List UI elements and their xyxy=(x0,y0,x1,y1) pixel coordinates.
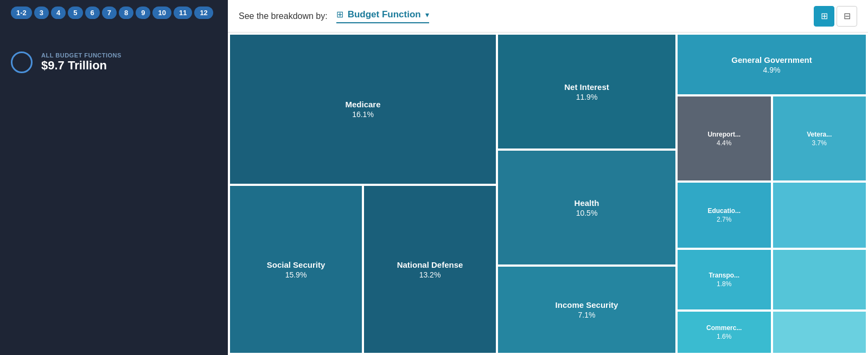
tile-education-pct: 2.7% xyxy=(717,216,731,223)
treemap-col-right: General Government 4.9% Unreport... 4.4%… xyxy=(678,35,866,353)
tab-5[interactable]: 5 xyxy=(68,7,82,19)
treemap: Medicare 16.1% Social Security 15.9% Nat… xyxy=(228,33,868,355)
tab-6[interactable]: 6 xyxy=(85,7,100,19)
tile-unreported[interactable]: Unreport... 4.4% xyxy=(678,96,771,180)
tile-health[interactable]: Health 10.5% xyxy=(498,151,675,264)
sidebar: 1-2 3 4 5 6 7 8 9 10 11 12 ALL BUDGET FU… xyxy=(0,0,228,355)
tab-4[interactable]: 4 xyxy=(51,7,66,19)
treemap-row-4: Transpo... 1.8% xyxy=(678,250,866,309)
tile-national-defense[interactable]: National Defense 13.2% xyxy=(364,186,496,353)
tile-transport-pct: 1.8% xyxy=(717,280,731,288)
tile-unreported-pct: 4.4% xyxy=(717,139,731,147)
tile-veterans[interactable]: Vetera... 3.7% xyxy=(773,96,866,180)
tile-veterans-pct: 3.7% xyxy=(812,139,827,147)
treemap-row-2: Unreport... 4.4% Vetera... 3.7% xyxy=(678,96,866,180)
budget-circle-button[interactable] xyxy=(11,51,33,73)
tile-netinterest-name: Net Interest xyxy=(564,82,609,92)
tab-8[interactable]: 8 xyxy=(119,7,133,19)
tab-11[interactable]: 11 xyxy=(174,7,192,19)
treemap-col-left: Medicare 16.1% Social Security 15.9% Nat… xyxy=(230,35,496,353)
tile-defense-pct: 13.2% xyxy=(419,270,441,279)
treemap-row-bottom: Social Security 15.9% National Defense 1… xyxy=(230,186,496,353)
budget-label: ALL BUDGET FUNCTIONS xyxy=(41,52,122,59)
breakdown-selector[interactable]: ⊞ Budget Function ▾ xyxy=(336,9,429,23)
tile-gengovt-pct: 4.9% xyxy=(763,66,781,74)
tile-medicare-pct: 16.1% xyxy=(352,110,374,119)
tile-education[interactable]: Educatio... 2.7% xyxy=(678,183,771,248)
tab-9[interactable]: 9 xyxy=(136,7,150,19)
tab-12[interactable]: 12 xyxy=(194,7,213,19)
budget-info: ALL BUDGET FUNCTIONS $9.7 Trillion xyxy=(41,52,122,73)
breakdown-label: See the breakdown by: xyxy=(239,11,328,21)
tile-transport-name: Transpo... xyxy=(709,272,739,279)
chevron-down-icon: ▾ xyxy=(425,10,429,19)
tile-education-name: Educatio... xyxy=(707,207,741,215)
tile-income-name: Income Security xyxy=(556,300,618,309)
tile-health-pct: 10.5% xyxy=(576,209,598,217)
tile-extra2[interactable] xyxy=(773,250,866,309)
tile-transport[interactable]: Transpo... 1.8% xyxy=(678,250,771,309)
tab-7[interactable]: 7 xyxy=(102,7,117,19)
tab-1-2[interactable]: 1-2 xyxy=(11,7,32,19)
toolbar: See the breakdown by: ⊞ Budget Function … xyxy=(228,0,868,33)
view-buttons: ⊞ ⊟ xyxy=(814,6,857,27)
tile-health-name: Health xyxy=(575,198,599,208)
tile-defense-name: National Defense xyxy=(397,260,463,269)
breakdown-text: Budget Function xyxy=(348,9,421,20)
tile-medicare[interactable]: Medicare 16.1% xyxy=(230,35,496,184)
tile-general-government[interactable]: General Government 4.9% xyxy=(678,35,866,94)
table-view-button[interactable]: ⊟ xyxy=(837,6,857,27)
tile-medicare-name: Medicare xyxy=(345,100,380,109)
tile-gengovt-name: General Government xyxy=(731,55,812,64)
tile-commerce-pct: 1.6% xyxy=(717,333,731,340)
breakdown-icon: ⊞ xyxy=(336,9,343,20)
tile-income-pct: 7.1% xyxy=(578,311,596,319)
tile-netinterest-pct: 11.9% xyxy=(576,93,598,101)
tile-extra3[interactable] xyxy=(773,312,866,353)
tab-10[interactable]: 10 xyxy=(152,7,171,19)
tile-net-interest[interactable]: Net Interest 11.9% xyxy=(498,35,675,149)
tile-income-security[interactable]: Income Security 7.1% xyxy=(498,267,675,353)
tile-veterans-name: Vetera... xyxy=(807,131,832,138)
tile-social-name: Social Security xyxy=(267,260,326,269)
tab-3[interactable]: 3 xyxy=(34,7,49,19)
tile-commerce[interactable]: Commerc... 1.6% xyxy=(678,312,771,353)
tile-view-button[interactable]: ⊞ xyxy=(814,6,834,27)
treemap-row-3: Educatio... 2.7% xyxy=(678,183,866,248)
budget-selector[interactable]: ALL BUDGET FUNCTIONS $9.7 Trillion xyxy=(11,51,217,73)
main-content: See the breakdown by: ⊞ Budget Function … xyxy=(228,0,868,355)
treemap-col-mid: Net Interest 11.9% Health 10.5% Income S… xyxy=(498,35,675,353)
tile-commerce-name: Commerc... xyxy=(706,324,742,332)
budget-value: $9.7 Trillion xyxy=(41,59,122,73)
tile-social-pct: 15.9% xyxy=(285,270,307,279)
tile-unreported-name: Unreport... xyxy=(707,131,741,138)
tile-social-security[interactable]: Social Security 15.9% xyxy=(230,186,362,353)
treemap-row-5: Commerc... 1.6% xyxy=(678,312,866,353)
tab-row: 1-2 3 4 5 6 7 8 9 10 11 12 xyxy=(11,7,217,19)
tile-extra1[interactable] xyxy=(773,183,866,248)
